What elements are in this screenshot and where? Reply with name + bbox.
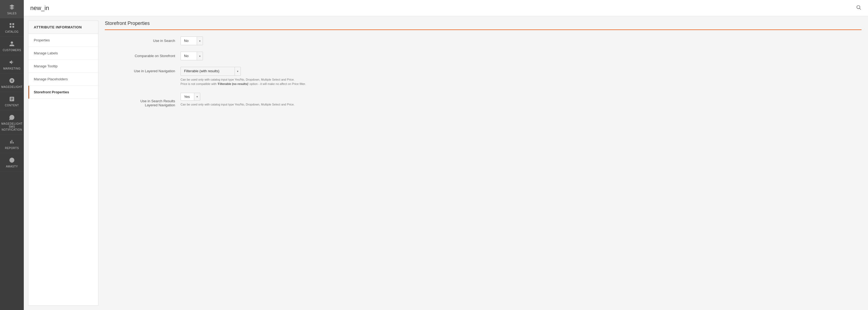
select-value-use-in-search: No xyxy=(181,37,197,45)
select-use-in-search[interactable]: No ▾ xyxy=(181,36,203,45)
nav-item-manage-placeholders[interactable]: Manage Placeholders xyxy=(28,73,98,86)
label-use-in-search: Use in Search xyxy=(105,36,181,43)
chevron-down-icon[interactable]: ▾ xyxy=(197,37,203,45)
sidebar-item-content[interactable]: CONTENT xyxy=(0,92,24,110)
body-area: ATTRIBUTE INFORMATION Properties Manage … xyxy=(24,16,868,310)
sidebar-item-label: CATALOG xyxy=(5,30,19,33)
nav-item-label: Properties xyxy=(34,38,50,42)
field-use-in-search: Use in Search No ▾ xyxy=(105,36,348,45)
select-use-in-layered-navigation[interactable]: Filterable (with results) ▾ xyxy=(181,67,241,76)
sidebar-item-label: SALES xyxy=(7,12,17,15)
sidebar-item-label: REPORTS xyxy=(5,147,19,149)
help-text-search-results: Can be used only with catalog input type… xyxy=(181,102,348,107)
left-panel: ATTRIBUTE INFORMATION Properties Manage … xyxy=(28,21,98,306)
section-title: Storefront Properties xyxy=(105,21,862,30)
nav-item-manage-tooltip[interactable]: Manage Tooltip xyxy=(28,60,98,73)
sidebar-item-marketing[interactable]: MARKETING xyxy=(0,55,24,74)
help-bold-text: Filterable (no results) xyxy=(218,82,248,85)
main-content: new_in ATTRIBUTE INFORMATION Properties … xyxy=(24,0,868,310)
sms-icon xyxy=(8,114,16,121)
nav-item-properties[interactable]: Properties xyxy=(28,34,98,47)
page-title: new_in xyxy=(30,5,49,11)
select-use-in-search-results[interactable]: Yes ▾ xyxy=(181,93,200,101)
control-use-in-search: No ▾ xyxy=(181,36,348,45)
nav-item-label: Storefront Properties xyxy=(34,90,69,94)
sidebar-item-reports[interactable]: REPORTS xyxy=(0,135,24,153)
select-value-use-in-layered-navigation: Filterable (with results) xyxy=(181,67,235,75)
sidebar: SALES CATALOG CUSTOMERS MARKETING MAGEDE… xyxy=(0,0,24,310)
label-use-in-layered-navigation: Use in Layered Navigation xyxy=(105,67,181,73)
content-icon xyxy=(8,95,16,103)
select-value-use-in-search-results: Yes xyxy=(181,93,194,101)
select-comparable-on-storefront[interactable]: No ▾ xyxy=(181,52,203,60)
attribute-information-header: ATTRIBUTE INFORMATION xyxy=(28,21,98,34)
sidebar-item-label: CONTENT xyxy=(5,104,19,107)
help-text-layered-navigation: Can be used only with catalog input type… xyxy=(181,77,348,86)
customers-icon xyxy=(8,40,16,48)
sidebar-item-catalog[interactable]: CATALOG xyxy=(0,19,24,37)
chevron-down-icon[interactable]: ▾ xyxy=(197,52,203,60)
catalog-icon xyxy=(8,22,16,29)
control-use-in-search-results: Yes ▾ Can be used only with catalog inpu… xyxy=(181,93,348,107)
label-comparable-on-storefront: Comparable on Storefront xyxy=(105,52,181,58)
right-panel: Storefront Properties Use in Search No ▾… xyxy=(98,16,868,310)
search-icon[interactable] xyxy=(856,5,862,11)
sidebar-item-magedelight[interactable]: MAGEDELIGHT xyxy=(0,74,24,92)
marketing-icon xyxy=(8,58,16,66)
tag-icon xyxy=(8,3,16,11)
label-use-in-search-results: Use in Search Results Layered Navigation xyxy=(105,93,181,107)
magedelight-icon xyxy=(8,77,16,84)
sidebar-item-label: MAGEDELIGHT xyxy=(1,85,23,88)
control-comparable-on-storefront: No ▾ xyxy=(181,52,348,60)
page-header: new_in xyxy=(24,0,868,16)
control-use-in-layered-navigation: Filterable (with results) ▾ Can be used … xyxy=(181,67,348,86)
sidebar-item-label: CUSTOMERS xyxy=(3,49,21,52)
nav-item-manage-labels[interactable]: Manage Labels xyxy=(28,47,98,60)
sidebar-item-amasty[interactable]: AMASTY xyxy=(0,153,24,171)
sidebar-item-label: MARKETING xyxy=(3,67,21,70)
nav-item-label: Manage Placeholders xyxy=(34,77,68,81)
select-value-comparable-on-storefront: No xyxy=(181,52,197,60)
chevron-down-icon[interactable]: ▾ xyxy=(235,67,241,75)
nav-item-label: Manage Labels xyxy=(34,51,58,55)
field-comparable-on-storefront: Comparable on Storefront No ▾ xyxy=(105,52,348,60)
chevron-down-icon[interactable]: ▾ xyxy=(194,93,200,101)
sidebar-item-label: MAGEDELIGHT SMS NOTIFICATION xyxy=(1,122,23,131)
amasty-icon xyxy=(8,157,16,164)
reports-icon xyxy=(8,138,16,145)
nav-item-storefront-properties[interactable]: Storefront Properties xyxy=(28,86,98,99)
svg-point-0 xyxy=(9,158,14,163)
sidebar-item-customers[interactable]: CUSTOMERS xyxy=(0,37,24,55)
field-use-in-layered-navigation: Use in Layered Navigation Filterable (wi… xyxy=(105,67,348,86)
field-use-in-search-results: Use in Search Results Layered Navigation… xyxy=(105,93,348,107)
nav-item-label: Manage Tooltip xyxy=(34,64,58,68)
sidebar-item-magedelight-sms[interactable]: MAGEDELIGHT SMS NOTIFICATION xyxy=(0,110,24,135)
sidebar-item-sales[interactable]: SALES xyxy=(0,0,24,19)
sidebar-item-label: AMASTY xyxy=(6,165,18,168)
